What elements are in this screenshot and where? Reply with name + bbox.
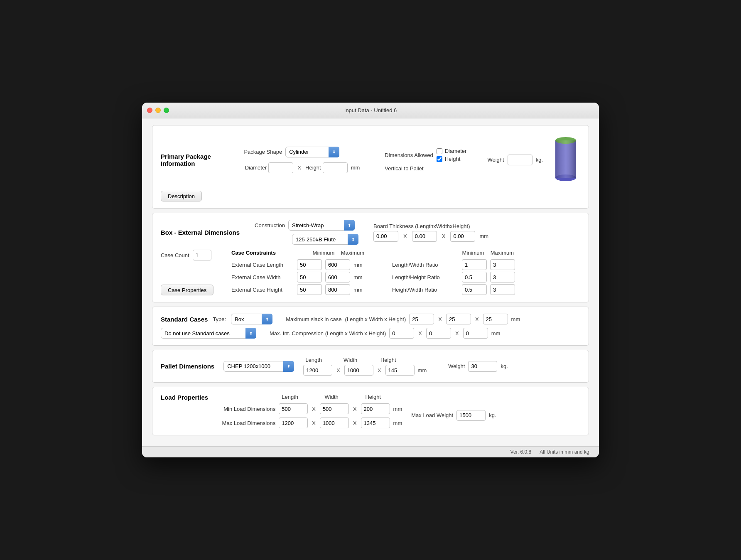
max-int-label: Max. Int. Compression (Length x Width x …	[270, 330, 386, 336]
pkg-unit: mm	[351, 165, 360, 171]
ext-height-min-input[interactable]	[297, 284, 322, 295]
comp-x1: X	[417, 330, 423, 336]
description-button[interactable]: Description	[161, 191, 202, 201]
case-properties-button[interactable]: Case Properties	[161, 285, 213, 295]
bt-val1-input[interactable]	[373, 231, 398, 242]
maximize-button[interactable]	[164, 108, 169, 113]
min-load-width-input[interactable]	[320, 403, 349, 414]
max-load-height-input[interactable]	[361, 418, 390, 428]
standard-cases-title: Standard Cases	[161, 316, 208, 323]
load-width-header: Width	[317, 394, 346, 400]
window-title: Input Data - Untitled 6	[344, 107, 397, 113]
case-count-input[interactable]	[193, 250, 211, 260]
construction2-select[interactable]: 125-250#B Flute Other	[292, 234, 358, 245]
footer: Ver. 6.0.8 All Units in mm and kg.	[142, 446, 599, 457]
svg-rect-3	[555, 140, 576, 178]
bt-x1: X	[402, 233, 408, 239]
package-shape-select[interactable]: Cylinder Box Bag	[285, 147, 339, 157]
max-load-width-input[interactable]	[320, 418, 349, 428]
hw-max-input[interactable]	[490, 284, 515, 295]
pallet-select[interactable]: CHEP 1200x1000 EUR 800x1200 Custom	[223, 361, 294, 372]
ext-height-max-input[interactable]	[325, 284, 350, 295]
max-load-weight-label: Max Load Weight	[411, 412, 453, 418]
construction-select-wrap: Stretch-Wrap Corrugated ⬍	[288, 220, 355, 231]
slack-x1: X	[437, 316, 443, 322]
weight-label: Weight	[487, 157, 504, 163]
lwh-label: (Length x Width x Height)	[345, 316, 406, 322]
pallet-weight-unit: kg.	[501, 363, 508, 369]
pallet-x1: X	[336, 367, 341, 373]
construction-select[interactable]: Stretch-Wrap Corrugated	[288, 220, 355, 231]
max-load-unit: mm	[393, 420, 402, 426]
lh-ratio-label: Length/Height Ratio	[392, 274, 459, 280]
pallet-height-input[interactable]	[385, 365, 415, 376]
height-checkbox-wrap: Height	[437, 156, 467, 162]
max-load-length-input[interactable]	[279, 418, 308, 428]
pallet-height-label: Height	[377, 357, 400, 363]
lh-max-input[interactable]	[490, 272, 515, 282]
content-area: Primary Package Information Package Shap…	[142, 118, 599, 446]
diameter-label: Diameter	[244, 165, 267, 171]
units-text: All Units in mm and kg.	[540, 449, 591, 455]
slack-val2-input[interactable]	[446, 314, 471, 324]
type-select-wrap: Box Bag Other ⬍	[231, 314, 272, 324]
box-external-title: Box - External Dimensions	[161, 229, 240, 236]
min-load-height-input[interactable]	[361, 403, 390, 414]
board-thickness-label: Board Thickness (LengthxWidthxHeight)	[373, 223, 488, 229]
lh-min-input[interactable]	[462, 272, 487, 282]
main-window: Input Data - Untitled 6 Primary Package …	[142, 103, 599, 457]
ext-case-width-label: External Case Width	[231, 274, 294, 280]
load-properties-title: Load Properties	[161, 394, 208, 401]
close-button[interactable]	[147, 108, 152, 113]
max-load-weight-input[interactable]	[456, 410, 486, 421]
ext-case-length-label: External Case Length	[231, 262, 294, 268]
type-select[interactable]: Box Bag Other	[231, 314, 272, 324]
pallet-select-wrap: CHEP 1200x1000 EUR 800x1200 Custom ⬍	[223, 361, 294, 372]
construction2-select-wrap: 125-250#B Flute Other ⬍	[255, 234, 358, 245]
slack-val1-input[interactable]	[409, 314, 434, 324]
slack-val3-input[interactable]	[483, 314, 508, 324]
pallet-width-label: Width	[339, 357, 362, 363]
ext-length-min-input[interactable]	[297, 259, 322, 270]
min-load-length-input[interactable]	[279, 403, 308, 414]
minimize-button[interactable]	[155, 108, 161, 113]
dimensions-allowed-label: Dimensions Allowed	[385, 152, 433, 158]
ext-width-min-input[interactable]	[297, 272, 322, 282]
weight-unit: kg.	[536, 157, 543, 163]
pallet-weight-label: Weight	[448, 363, 465, 369]
comp-val2-input[interactable]	[426, 328, 451, 339]
min-load-label: Min Load Dimensions	[221, 406, 275, 412]
ext-case-height-label: External Case Height	[231, 287, 294, 293]
ext-width-max-input[interactable]	[325, 272, 350, 282]
box-external-section: Box - External Dimensions Construction S…	[152, 213, 589, 302]
version-text: Ver. 6.0.8	[510, 449, 532, 455]
comp-val3-input[interactable]	[463, 328, 488, 339]
height-checkbox[interactable]	[437, 156, 442, 162]
comp-val1-input[interactable]	[389, 328, 414, 339]
lw-min-input[interactable]	[462, 259, 487, 270]
max-slack-label: Maximum slack in case	[286, 316, 341, 322]
weight-input[interactable]: 40	[508, 155, 532, 165]
pallet-dimensions-section: Pallet Dimensions CHEP 1200x1000 EUR 800…	[152, 350, 589, 383]
diameter-input[interactable]: 400	[268, 162, 293, 173]
do-not-use-select[interactable]: Do not use Standard cases Use Standard c…	[161, 328, 256, 339]
ext-length-max-input[interactable]	[325, 259, 350, 270]
height-checkbox-label: Height	[445, 156, 461, 162]
max-load-x2: X	[352, 420, 358, 426]
lw-max-input[interactable]	[490, 259, 515, 270]
pallet-length-input[interactable]	[303, 365, 332, 376]
bt-unit: mm	[479, 233, 488, 239]
x-sep-1: X	[297, 165, 302, 171]
hw-min-input[interactable]	[462, 284, 487, 295]
maximum-header: Maximum	[338, 250, 367, 256]
case-constraints-label: Case Constraints	[231, 250, 276, 256]
bt-val2-input[interactable]	[412, 231, 437, 242]
pallet-weight-input[interactable]	[468, 361, 497, 372]
diameter-checkbox[interactable]	[437, 148, 442, 154]
minimum-header: Minimum	[309, 250, 338, 256]
bt-val3-input[interactable]	[450, 231, 475, 242]
max-ratio-header: Maximum	[488, 250, 517, 256]
height-input[interactable]: 800	[323, 162, 348, 173]
type-label: Type:	[213, 316, 226, 322]
pallet-width-input[interactable]	[344, 365, 373, 376]
